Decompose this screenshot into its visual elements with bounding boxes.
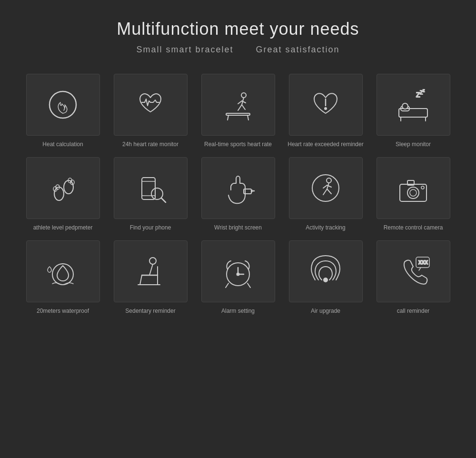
feature-label-alarm: Alarm setting [221, 307, 255, 315]
features-grid: Heat calculation 24h heart rate monitor [22, 74, 454, 315]
feature-heart-rate-24h: 24h heart rate monitor [110, 74, 191, 149]
svg-line-6 [238, 105, 242, 110]
svg-text:XXX: XXX [418, 260, 428, 265]
icon-box-heat-calc [26, 74, 100, 136]
icon-box-sports-heart-rate [201, 74, 275, 136]
remote-camera-icon [394, 169, 432, 207]
svg-point-59 [237, 273, 239, 275]
heart-rate-exceeded-icon [307, 86, 345, 124]
icon-box-alarm [201, 240, 275, 302]
feature-sedentary: Sedentary reminder [110, 240, 191, 315]
svg-point-44 [410, 189, 416, 196]
icon-box-waterproof [26, 240, 100, 302]
icon-box-heart-rate-exceeded [289, 74, 363, 136]
page: Multifunction meet your needs Small smar… [0, 0, 476, 458]
waterproof-icon [44, 252, 82, 290]
svg-point-46 [421, 186, 424, 189]
feature-air-upgrade: Air upgrade [285, 240, 366, 315]
icon-box-call-reminder: XXX [377, 240, 450, 302]
feature-label-heat-calc: Heat calculation [42, 140, 83, 149]
feature-label-find-phone: Find your phone [130, 224, 171, 232]
icon-box-heart-rate-24h [114, 74, 188, 136]
feature-label-sedentary: Sedentary reminder [125, 307, 175, 315]
feature-label-call-reminder: call reminder [397, 307, 430, 315]
alarm-icon [219, 252, 257, 290]
svg-point-11 [325, 108, 327, 110]
feature-label-wrist-screen: Wrist bright screen [214, 224, 262, 232]
icon-box-activity-tracking [289, 157, 363, 219]
feature-label-pedometer: athlete level pedpmeter [33, 224, 93, 232]
feature-wrist-screen: Wrist bright screen [198, 157, 278, 232]
subtitle: Small smart bracelet Great satisfaction [127, 45, 349, 55]
feature-find-phone: Find your phone [110, 157, 191, 232]
main-title: Multifunction meet your needs [117, 19, 359, 39]
heat-calc-icon [44, 86, 82, 124]
svg-line-7 [242, 105, 245, 110]
icon-box-sleep-monitor: Z Z Z [377, 74, 450, 136]
feature-heart-rate-exceeded: Heart rate exceeded reminder [285, 74, 366, 149]
feature-label-activity-tracking: Activity tracking [306, 224, 345, 232]
feature-alarm: Alarm setting [198, 240, 278, 315]
svg-line-57 [226, 283, 228, 288]
feature-activity-tracking: Activity tracking [285, 157, 366, 232]
svg-line-4 [238, 101, 242, 104]
feature-label-sleep-monitor: Sleep monitor [396, 140, 431, 149]
subtitle-part1: Small smart bracelet [136, 45, 233, 54]
heart-rate-24h-icon [131, 86, 169, 124]
feature-remote-camera: Remote control camera [373, 157, 454, 232]
svg-text:Z: Z [423, 89, 425, 92]
sedentary-icon [131, 252, 169, 290]
svg-line-58 [248, 283, 250, 288]
svg-point-47 [52, 264, 73, 285]
svg-line-30 [161, 198, 166, 202]
call-reminder-icon: XXX [394, 252, 432, 290]
feature-heat-calc: Heat calculation [22, 74, 103, 149]
feature-label-waterproof: 20meters waterproof [37, 307, 89, 315]
icon-box-sedentary [114, 240, 188, 302]
icon-box-remote-camera [377, 157, 450, 219]
svg-point-2 [241, 93, 246, 98]
svg-rect-15 [399, 109, 427, 117]
subtitle-part2: Great satisfaction [256, 45, 340, 54]
svg-point-48 [149, 258, 156, 264]
air-upgrade-icon [307, 252, 345, 290]
sports-heart-rate-icon [219, 86, 257, 124]
feature-waterproof: 20meters waterproof [22, 240, 103, 315]
svg-point-35 [312, 175, 339, 201]
svg-point-60 [324, 278, 327, 282]
svg-point-17 [402, 103, 408, 109]
feature-label-remote-camera: Remote control camera [384, 224, 443, 232]
svg-line-9 [248, 115, 248, 120]
svg-rect-26 [142, 178, 155, 199]
feature-pedometer: athlete level pedpmeter [22, 157, 103, 232]
feature-label-heart-rate-24h: 24h heart rate monitor [122, 140, 178, 149]
svg-line-62 [419, 268, 421, 270]
svg-line-38 [323, 185, 327, 188]
feature-label-heart-rate-exceeded: Heart rate exceeded reminder [288, 140, 363, 149]
icon-box-pedometer [26, 157, 100, 219]
svg-point-36 [327, 178, 331, 183]
svg-line-51 [140, 275, 142, 285]
find-phone-icon [131, 169, 169, 207]
svg-line-8 [228, 115, 228, 120]
icon-box-air-upgrade [289, 240, 363, 302]
svg-point-43 [407, 187, 419, 199]
feature-label-sports-heart-rate: Real-time sports heart rate [204, 140, 272, 149]
icon-box-wrist-screen [201, 157, 275, 219]
wrist-screen-icon [219, 169, 257, 207]
svg-line-41 [327, 189, 331, 194]
icon-box-find-phone [114, 157, 188, 219]
svg-rect-1 [226, 113, 250, 115]
svg-line-40 [323, 189, 327, 195]
feature-label-air-upgrade: Air upgrade [311, 307, 340, 315]
activity-tracking-icon [307, 169, 345, 207]
feature-sports-heart-rate: Real-time sports heart rate [198, 74, 278, 149]
pedometer-icon [44, 169, 82, 207]
sleep-monitor-icon: Z Z Z [394, 86, 432, 124]
feature-call-reminder: XXX call reminder [373, 240, 454, 315]
feature-sleep-monitor: Z Z Z Sleep monitor [373, 74, 454, 149]
